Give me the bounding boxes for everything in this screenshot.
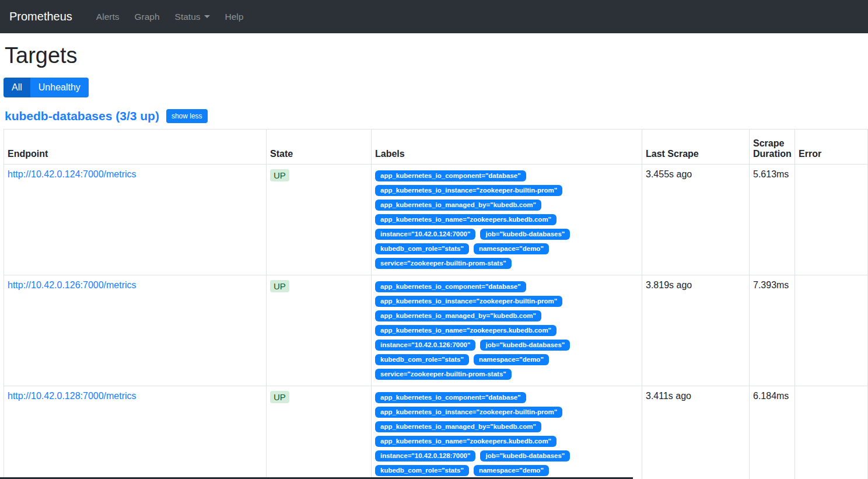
label-badge[interactable]: job="kubedb-databases"	[480, 229, 570, 240]
labels-list: app_kubernetes_io_component="database" a…	[375, 169, 638, 270]
state-badge: UP	[270, 169, 289, 181]
error-value	[795, 165, 868, 275]
column-header-state: State	[267, 130, 372, 165]
chevron-down-icon	[204, 15, 210, 18]
filter-all-button[interactable]: All	[4, 78, 30, 97]
label-badge[interactable]: app_kubernetes_io_instance="zookeeper-bu…	[375, 407, 562, 418]
label-badge[interactable]: job="kubedb-databases"	[480, 340, 570, 351]
last-scrape-value: 3.819s ago	[642, 275, 750, 386]
endpoint-link[interactable]: http://10.42.0.128:7000/metrics	[8, 391, 136, 401]
label-badge[interactable]: job="kubedb-databases"	[480, 450, 570, 461]
label-badge[interactable]: kubedb_com_role="stats"	[375, 465, 469, 476]
table-row: http://10.42.0.128:7000/metrics UP app_k…	[4, 386, 868, 479]
job-section-header: kubedb-databases (3/3 up) show less	[5, 109, 868, 123]
label-badge[interactable]: app_kubernetes_io_name="zookeepers.kubed…	[375, 325, 556, 336]
nav-item-status-label: Status	[175, 12, 201, 22]
label-badge[interactable]: app_kubernetes_io_managed_by="kubedb.com…	[375, 200, 541, 211]
health-filter-group: All Unhealthy	[4, 78, 89, 97]
scrape-duration-value: 6.184ms	[750, 386, 795, 479]
labels-list: app_kubernetes_io_component="database" a…	[375, 391, 638, 479]
label-badge[interactable]: instance="10.42.0.128:7000"	[375, 450, 475, 461]
last-scrape-value: 3.455s ago	[642, 165, 750, 275]
label-badge[interactable]: service="zookeeper-builtin-prom-stats"	[375, 369, 512, 380]
nav-item-graph[interactable]: Graph	[127, 7, 167, 27]
label-badge[interactable]: app_kubernetes_io_component="database"	[375, 170, 526, 181]
column-header-labels: Labels	[372, 130, 642, 165]
label-badge[interactable]: instance="10.42.0.124:7000"	[375, 229, 475, 240]
table-header-row: Endpoint State Labels Last Scrape Scrape…	[4, 130, 868, 165]
state-badge: UP	[270, 280, 289, 292]
table-row: http://10.42.0.124:7000/metrics UP app_k…	[4, 165, 868, 275]
label-badge[interactable]: namespace="demo"	[474, 243, 549, 254]
column-header-last-scrape: Last Scrape	[642, 130, 750, 165]
label-badge[interactable]: service="zookeeper-builtin-prom-stats"	[375, 258, 512, 269]
label-badge[interactable]: app_kubernetes_io_component="database"	[375, 392, 526, 403]
label-badge[interactable]: app_kubernetes_io_managed_by="kubedb.com…	[375, 421, 541, 432]
error-value	[795, 275, 868, 386]
column-header-endpoint: Endpoint	[4, 130, 267, 165]
label-badge[interactable]: app_kubernetes_io_managed_by="kubedb.com…	[375, 310, 541, 321]
job-title[interactable]: kubedb-databases (3/3 up)	[5, 109, 159, 123]
show-less-button[interactable]: show less	[166, 109, 208, 123]
label-badge[interactable]: namespace="demo"	[474, 465, 549, 476]
nav-item-help[interactable]: Help	[218, 7, 251, 27]
label-badge[interactable]: app_kubernetes_io_instance="zookeeper-bu…	[375, 296, 562, 307]
state-badge: UP	[270, 391, 289, 403]
filter-unhealthy-button[interactable]: Unhealthy	[30, 78, 89, 97]
label-badge[interactable]: app_kubernetes_io_name="zookeepers.kubed…	[375, 214, 556, 225]
label-badge[interactable]: app_kubernetes_io_component="database"	[375, 281, 526, 292]
endpoint-link[interactable]: http://10.42.0.126:7000/metrics	[8, 280, 136, 290]
error-value	[795, 386, 868, 479]
last-scrape-value: 3.411s ago	[642, 386, 750, 479]
label-badge[interactable]: kubedb_com_role="stats"	[375, 243, 469, 254]
targets-table: Endpoint State Labels Last Scrape Scrape…	[4, 129, 868, 479]
page-title: Targets	[5, 43, 868, 68]
scrape-duration-value: 7.393ms	[750, 275, 795, 386]
column-header-error: Error	[795, 130, 868, 165]
label-badge[interactable]: app_kubernetes_io_name="zookeepers.kubed…	[375, 436, 556, 447]
endpoint-link[interactable]: http://10.42.0.124:7000/metrics	[8, 169, 136, 179]
labels-list: app_kubernetes_io_component="database" a…	[375, 280, 638, 381]
brand-prometheus[interactable]: Prometheus	[9, 10, 72, 23]
table-row: http://10.42.0.126:7000/metrics UP app_k…	[4, 275, 868, 386]
nav-item-status[interactable]: Status	[167, 7, 218, 27]
scrape-duration-value: 5.613ms	[750, 165, 795, 275]
targets-page: Targets All Unhealthy kubedb-databases (…	[0, 43, 868, 479]
label-badge[interactable]: namespace="demo"	[474, 354, 549, 365]
label-badge[interactable]: kubedb_com_role="stats"	[375, 354, 469, 365]
nav-item-alerts[interactable]: Alerts	[89, 7, 127, 27]
top-navbar: Prometheus Alerts Graph Status Help	[0, 0, 868, 33]
label-badge[interactable]: app_kubernetes_io_instance="zookeeper-bu…	[375, 185, 562, 196]
label-badge[interactable]: instance="10.42.0.126:7000"	[375, 340, 475, 351]
column-header-scrape-duration: Scrape Duration	[750, 130, 795, 165]
